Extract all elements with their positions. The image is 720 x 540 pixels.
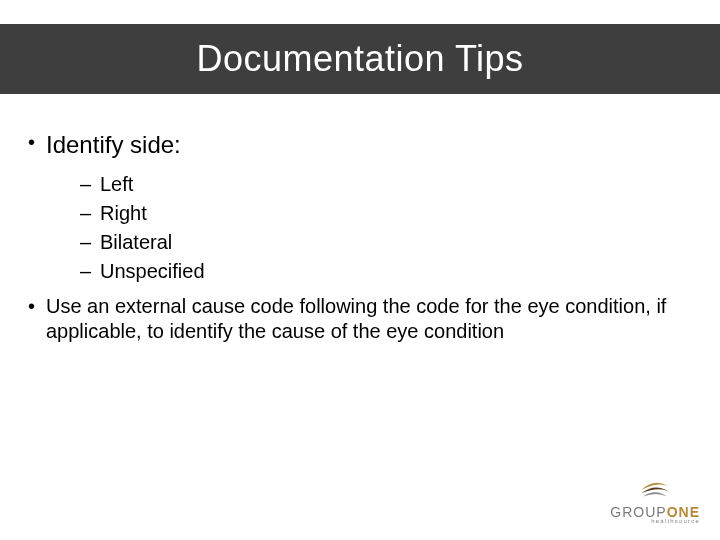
subbullet-right: Right: [80, 201, 696, 226]
title-bar: Documentation Tips: [0, 24, 720, 94]
bullet-list-level2: Left Right Bilateral Unspecified: [46, 172, 696, 284]
subbullet-left: Left: [80, 172, 696, 197]
bullet-external-cause: Use an external cause code following the…: [24, 294, 696, 344]
bullet-text: Identify side:: [46, 131, 181, 158]
content-area: Identify side: Left Right Bilateral Unsp…: [24, 130, 696, 354]
logo-swirl-icon: [638, 474, 672, 502]
subbullet-unspecified: Unspecified: [80, 259, 696, 284]
slide: Documentation Tips Identify side: Left R…: [0, 0, 720, 540]
logo: GROUPONE healthsource: [610, 474, 700, 524]
bullet-identify-side: Identify side: Left Right Bilateral Unsp…: [24, 130, 696, 284]
bullet-list-level1: Identify side: Left Right Bilateral Unsp…: [24, 130, 696, 344]
subbullet-bilateral: Bilateral: [80, 230, 696, 255]
slide-title: Documentation Tips: [196, 38, 523, 80]
